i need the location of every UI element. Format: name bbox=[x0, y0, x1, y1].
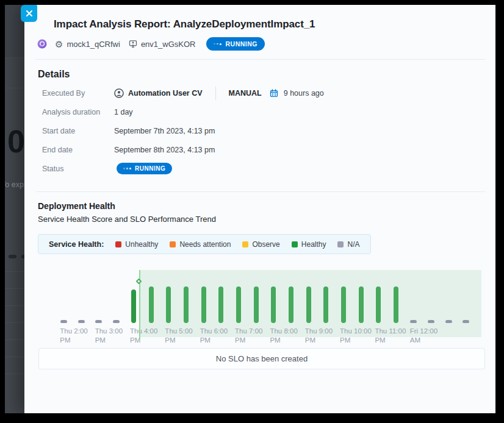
executed-by-user: Automation User CV bbox=[128, 89, 203, 98]
deployment-health-heading: Deployment Health bbox=[38, 201, 115, 211]
healthy-bar[interactable] bbox=[218, 286, 223, 323]
status-label: Status bbox=[42, 165, 114, 173]
end-date-label: End date bbox=[42, 146, 114, 154]
health-time-slot bbox=[283, 262, 300, 323]
health-time-slot bbox=[73, 262, 90, 323]
x-axis-label: Thu 5:00PM bbox=[165, 327, 205, 345]
legend-title: Service Health: bbox=[49, 240, 104, 249]
health-time-slot bbox=[178, 262, 195, 323]
no-analysis-bar[interactable] bbox=[60, 320, 67, 323]
health-time-slot bbox=[212, 262, 230, 323]
healthy-bar[interactable] bbox=[376, 286, 381, 323]
vertical-separator bbox=[215, 87, 216, 100]
healthy-bar[interactable] bbox=[184, 286, 189, 323]
start-date-value: September 7th 2023, 4:13 pm bbox=[114, 127, 215, 135]
start-date-label: Start date bbox=[42, 127, 114, 135]
close-button[interactable] bbox=[21, 5, 37, 22]
health-time-slot: Thu 6:00PM bbox=[195, 262, 212, 323]
executed-by-row: Executed By Automation User CV MANUAL bbox=[42, 84, 483, 102]
status-row: Status RUNNING bbox=[42, 159, 483, 178]
health-time-slot bbox=[457, 262, 475, 323]
health-time-slot bbox=[440, 262, 458, 323]
healthy-bar[interactable] bbox=[306, 286, 311, 323]
healthy-bar[interactable] bbox=[323, 286, 328, 323]
report-avatar-icon bbox=[37, 39, 47, 49]
status-badge: RUNNING bbox=[206, 37, 265, 51]
health-time-slot bbox=[387, 262, 405, 323]
health-time-slot bbox=[247, 262, 265, 323]
health-time-slot: Fri 12:00AM bbox=[405, 262, 422, 323]
health-time-slot bbox=[142, 262, 160, 323]
no-analysis-bar[interactable] bbox=[113, 320, 120, 323]
no-analysis-bar[interactable] bbox=[445, 320, 452, 323]
executed-time-ago: 9 hours ago bbox=[284, 89, 324, 98]
executed-by-label: Executed By bbox=[42, 89, 114, 98]
impact-analysis-report-drawer: Impact Analysis Report: AnalyzeDeploymen… bbox=[24, 5, 495, 413]
status-badge-label: RUNNING bbox=[225, 40, 257, 48]
healthy-bar[interactable] bbox=[166, 286, 171, 323]
modal-title: Impact Analysis Report: AnalyzeDeploymen… bbox=[54, 18, 315, 30]
loading-dots-icon bbox=[123, 168, 131, 169]
no-analysis-bar[interactable] bbox=[78, 320, 85, 323]
healthy-bar[interactable] bbox=[394, 286, 398, 323]
legend-swatch-icon bbox=[242, 241, 248, 247]
legend-item: Observe bbox=[242, 240, 279, 249]
service-name: mock1_qCRfwi bbox=[67, 40, 120, 49]
health-time-slot: Thu 9:00PM bbox=[300, 262, 317, 323]
background-partial-text: To exp bbox=[5, 180, 24, 189]
x-axis-label: Thu 4:00PM bbox=[130, 327, 170, 345]
no-analysis-bar[interactable] bbox=[95, 320, 102, 323]
legend-swatch-icon bbox=[337, 241, 344, 247]
service-meta: ⚙ mock1_qCRfwi bbox=[55, 40, 120, 49]
service-health-chart: Thu 2:00PMThu 3:00PMThu 4:00PMThu 5:00PM… bbox=[38, 262, 485, 347]
status-badge-label: RUNNING bbox=[135, 165, 165, 172]
health-time-slot: Thu 7:00PM bbox=[230, 262, 248, 323]
environment-icon bbox=[129, 40, 137, 48]
healthy-bar[interactable] bbox=[201, 286, 206, 323]
x-axis-label: Fri 12:00AM bbox=[410, 327, 450, 345]
x-axis-label: Thu 2:00PM bbox=[60, 327, 100, 345]
end-date-value: September 8th 2023, 4:13 pm bbox=[114, 146, 215, 154]
calendar-icon bbox=[270, 89, 278, 98]
legend-swatch-icon bbox=[170, 241, 176, 247]
x-axis-label: Thu 11:00PM bbox=[375, 327, 415, 345]
duration-row: Analysis duration 1 day bbox=[42, 102, 483, 121]
health-time-slot bbox=[422, 262, 440, 323]
header-divider bbox=[35, 59, 485, 60]
healthy-bar[interactable] bbox=[131, 290, 136, 323]
end-date-row: End date September 8th 2023, 4:13 pm bbox=[42, 140, 483, 159]
healthy-bar[interactable] bbox=[236, 286, 241, 323]
no-analysis-bar[interactable] bbox=[428, 320, 434, 323]
x-axis-label: Thu 6:00PM bbox=[200, 327, 240, 345]
healthy-bar[interactable] bbox=[289, 286, 293, 323]
health-time-slot: Thu 5:00PM bbox=[160, 262, 178, 323]
deployment-health-subtitle: Service Health Score and SLO Performance… bbox=[38, 215, 216, 224]
healthy-bar[interactable] bbox=[149, 286, 154, 323]
user-circle-icon bbox=[114, 88, 124, 98]
report-meta-row: ⚙ mock1_qCRfwi env1_wGsKOR RUNNING bbox=[37, 37, 265, 51]
x-axis-label: Thu 7:00PM bbox=[235, 327, 275, 345]
legend-item: Needs attention bbox=[170, 240, 231, 249]
legend-item: Unhealthy bbox=[115, 240, 158, 249]
health-time-slot bbox=[317, 262, 335, 323]
no-analysis-bar[interactable] bbox=[463, 320, 469, 323]
health-time-slot: Thu 11:00PM bbox=[370, 262, 387, 323]
trigger-type: MANUAL bbox=[229, 89, 262, 98]
health-time-slot: Thu 2:00PM bbox=[55, 262, 73, 323]
healthy-bar[interactable] bbox=[341, 286, 346, 323]
legend-swatch-icon bbox=[292, 241, 298, 247]
x-axis-label: Thu 10:00PM bbox=[340, 327, 380, 345]
health-bar-plot: Thu 2:00PMThu 3:00PMThu 4:00PMThu 5:00PM… bbox=[55, 262, 475, 347]
health-time-slot bbox=[107, 262, 125, 323]
duration-label: Analysis duration bbox=[42, 108, 114, 116]
slo-empty-text: No SLO has been created bbox=[216, 354, 308, 363]
no-analysis-bar[interactable] bbox=[410, 320, 417, 323]
healthy-bar[interactable] bbox=[254, 286, 259, 323]
status-badge: RUNNING bbox=[117, 163, 172, 174]
health-time-slot: Thu 8:00PM bbox=[265, 262, 283, 323]
close-icon bbox=[26, 10, 33, 17]
healthy-bar[interactable] bbox=[359, 286, 364, 323]
health-time-slot: Thu 3:00PM bbox=[90, 262, 107, 323]
healthy-bar[interactable] bbox=[271, 286, 276, 323]
section-divider bbox=[35, 191, 485, 192]
